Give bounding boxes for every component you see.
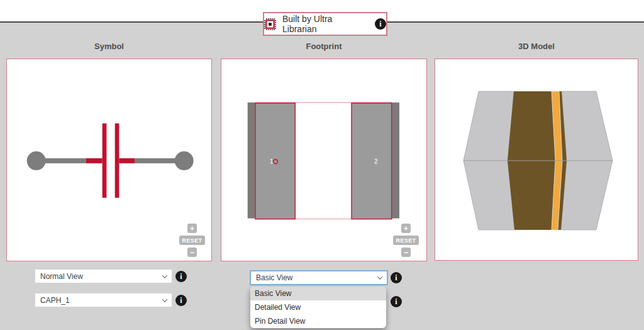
symbol-part-select[interactable]: CAPH_1 — [35, 293, 172, 307]
symbol-view-select-value: Normal View — [40, 272, 83, 281]
model-3d-title: 3D Model — [435, 42, 638, 51]
symbol-part-select-value: CAPH_1 — [40, 296, 70, 305]
chevron-down-icon — [377, 274, 382, 279]
footprint-drawing: 1 2 — [221, 59, 426, 260]
footprint-view-info-icon[interactable]: i — [391, 272, 402, 283]
footprint-view-dropdown-menu: Basic View Detailed View Pin Detail View — [250, 287, 386, 328]
footprint-part-info-icon[interactable]: i — [391, 296, 402, 307]
capacitor-3d-model — [435, 59, 637, 259]
chevron-down-icon — [162, 273, 167, 278]
menu-item-basic-view[interactable]: Basic View — [250, 287, 386, 300]
footprint-reset-button[interactable]: RESET — [393, 236, 419, 245]
footprint-zoom-in-button[interactable]: + — [401, 224, 411, 233]
menu-item-pin-detail-view[interactable]: Pin Detail View — [250, 314, 386, 328]
badge-label: Built by Ultra Librarian — [282, 14, 369, 34]
symbol-reset-button[interactable]: RESET — [179, 236, 205, 245]
symbol-canvas[interactable]: + RESET − — [6, 59, 212, 261]
footprint-title: Footprint — [221, 42, 427, 51]
pad-2-label: 2 — [374, 158, 378, 165]
footprint-view-select[interactable]: Basic View — [250, 270, 388, 285]
chevron-down-icon — [162, 297, 167, 302]
footprint-canvas[interactable]: 1 2 + RESET − — [221, 59, 427, 261]
built-by-ultra-librarian-badge: Built by Ultra Librarian i — [263, 12, 387, 36]
symbol-view-select[interactable]: Normal View — [35, 270, 172, 283]
footprint-zoom-out-button[interactable]: − — [401, 248, 411, 257]
footprint-view-select-value: Basic View — [256, 273, 292, 282]
symbol-title: Symbol — [6, 42, 212, 51]
symbol-view-info-icon[interactable]: i — [175, 271, 187, 282]
symbol-zoom-in-button[interactable]: + — [187, 224, 197, 233]
symbol-zoom-out-button[interactable]: − — [187, 248, 197, 257]
model-3d-canvas[interactable] — [435, 59, 638, 261]
capacitor-symbol-drawing — [7, 59, 211, 260]
chip-icon — [264, 18, 276, 30]
menu-item-detailed-view[interactable]: Detailed View — [250, 300, 386, 314]
symbol-part-info-icon[interactable]: i — [175, 295, 187, 306]
badge-info-icon[interactable]: i — [375, 18, 386, 30]
